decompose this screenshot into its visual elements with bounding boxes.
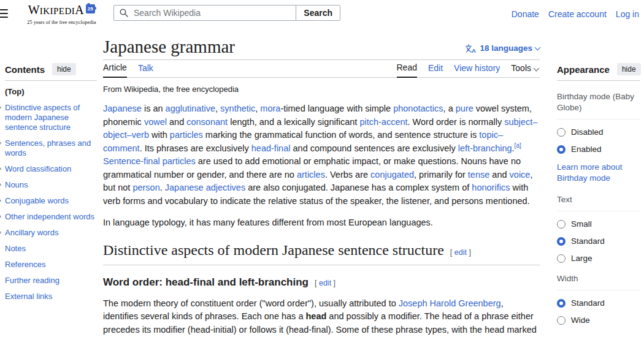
header-link-log-in[interactable]: Log in	[616, 9, 639, 19]
toc-link[interactable]: Sentences, phrases and words	[5, 138, 91, 157]
bold-text: head	[305, 311, 326, 321]
radio-label: Disabled	[571, 127, 604, 137]
toc-link[interactable]: Nouns	[5, 180, 28, 189]
tab-view-history[interactable]: View history	[454, 61, 500, 77]
radio-option-text-large[interactable]: Large	[557, 254, 640, 263]
article-link[interactable]: person	[132, 183, 159, 192]
toc-link[interactable]: Word classification	[5, 164, 71, 173]
article-link[interactable]: honorifics	[472, 183, 510, 192]
article-link[interactable]: Joseph Harold Greenberg	[399, 298, 501, 308]
contents-header: Contents hide	[5, 63, 97, 81]
radio-option-width-standard[interactable]: Standard	[557, 298, 640, 308]
toc-link[interactable]: Ancillary words	[5, 228, 58, 237]
article-link[interactable]: pure	[456, 104, 473, 113]
toc-link[interactable]: Conjugable words	[5, 196, 69, 205]
sidebar-item-sentences-phrases-and-words[interactable]: ›Sentences, phrases and words	[5, 138, 97, 158]
sidebar-item-nouns[interactable]: ›Nouns	[5, 180, 97, 190]
expand-arrow-icon[interactable]: ›	[0, 195, 1, 205]
article-link[interactable]: vowel	[144, 117, 167, 127]
expand-arrow-icon[interactable]: ›	[0, 180, 1, 189]
footnote-link[interactable]: [a]	[515, 142, 521, 149]
radio-unselected-icon[interactable]	[557, 316, 565, 325]
top-header: WIKIPEDIA25 25 years of the free encyclo…	[0, 0, 644, 28]
toc-link[interactable]: References	[5, 260, 45, 269]
toc-link[interactable]: Other independent words	[5, 212, 94, 221]
header-link-create-account[interactable]: Create account	[548, 9, 607, 19]
article-tab-bar: ArticleTalk ReadEditView historyTools	[103, 60, 540, 78]
hamburger-menu-icon[interactable]	[0, 9, 8, 18]
article-link[interactable]: particles	[170, 130, 203, 140]
radio-unselected-icon[interactable]	[557, 254, 565, 263]
contents-hide-button[interactable]: hide	[52, 63, 76, 75]
toc-link[interactable]: Notes	[5, 244, 26, 253]
tab-talk[interactable]: Talk	[138, 61, 153, 77]
radio-selected-icon[interactable]	[557, 145, 565, 154]
article-link[interactable]: Japanese adjectives	[165, 183, 245, 192]
radio-selected-icon[interactable]	[557, 299, 565, 308]
sidebar-item-conjugable-words[interactable]: ›Conjugable words	[5, 196, 97, 206]
sidebar-item-ancillary-words[interactable]: ›Ancillary words	[5, 228, 97, 238]
typology-paragraph: In language typology, it has many featur…	[103, 216, 540, 230]
learn-more-link[interactable]: Learn more about Birthday mode	[557, 162, 640, 184]
text: and compound sentences are exclusively	[290, 143, 458, 153]
sidebar-item-notes[interactable]: Notes	[5, 244, 97, 254]
article-link[interactable]: synthetic	[220, 104, 255, 113]
toc-link[interactable]: External links	[5, 292, 52, 301]
search-input[interactable]	[132, 7, 296, 18]
expand-arrow-icon[interactable]: ›	[0, 102, 1, 112]
sidebar-item-top[interactable]: (Top)	[5, 87, 97, 97]
article-link[interactable]: conjugated	[370, 170, 414, 180]
radio-option-text-standard[interactable]: Standard	[557, 237, 640, 246]
site-subtitle: From Wikipedia, the free encyclopedia	[103, 85, 540, 94]
toc-link[interactable]: Distinctive aspects of modern Japanese s…	[5, 103, 80, 132]
tab-label: Article	[103, 62, 127, 72]
wikipedia-page: WIKIPEDIA25 25 years of the free encyclo…	[0, 0, 644, 337]
tab-article[interactable]: Article	[103, 60, 127, 78]
section-heading: Distinctive aspects of modern Japanese s…	[103, 241, 540, 265]
language-icon: A	[466, 44, 477, 53]
expand-arrow-icon[interactable]: ›	[0, 211, 1, 221]
article-link[interactable]: tense	[468, 170, 489, 180]
article-link[interactable]: consonant	[186, 117, 228, 127]
sidebar-item-distinctive-aspects-of-modern-japanese-sentence-structure[interactable]: ›Distinctive aspects of modern Japanese …	[5, 103, 97, 132]
article-link[interactable]: phonotactics	[393, 104, 443, 113]
radio-unselected-icon[interactable]	[557, 128, 565, 137]
article-link[interactable]: Japanese	[103, 104, 142, 113]
article-link[interactable]: pitch-accent	[359, 117, 407, 127]
article-link[interactable]: voice	[510, 170, 531, 180]
tab-tools[interactable]: Tools	[511, 61, 539, 77]
tab-read[interactable]: Read	[397, 60, 417, 78]
article-link[interactable]: Sentence-final particles	[103, 156, 196, 166]
radio-option-text-small[interactable]: Small	[557, 219, 640, 229]
appearance-hide-button[interactable]: hide	[617, 63, 641, 75]
sidebar-item-other-independent-words[interactable]: ›Other independent words	[5, 212, 97, 222]
expand-arrow-icon[interactable]: ›	[0, 164, 1, 173]
article-link[interactable]: agglutinative	[166, 104, 215, 113]
radio-option-width-wide[interactable]: Wide	[557, 316, 640, 325]
radio-option-birthday-mode-baby-globe-enabled[interactable]: Enabled	[557, 145, 640, 154]
article-link[interactable]: left-branching	[458, 143, 512, 153]
edit-link[interactable]: edit	[319, 279, 331, 287]
wikipedia-wordmark: WIKIPEDIA25	[27, 4, 96, 18]
sidebar-item-word-classification[interactable]: ›Word classification	[5, 164, 97, 174]
languages-button[interactable]: A 18 languages	[466, 44, 540, 53]
wikipedia-logo[interactable]: WIKIPEDIA25 25 years of the free encyclo…	[27, 4, 96, 25]
sidebar-item-references[interactable]: References	[5, 260, 97, 270]
sidebar-item-external-links[interactable]: External links	[5, 292, 97, 301]
title-row: Japanese grammar A 18 languages	[103, 36, 540, 60]
edit-link[interactable]: edit	[454, 248, 467, 257]
search-button[interactable]: Search	[296, 6, 340, 20]
expand-arrow-icon[interactable]: ›	[0, 227, 1, 237]
expand-arrow-icon[interactable]: ›	[0, 138, 1, 148]
article-link[interactable]: mora	[260, 104, 280, 113]
radio-label: Large	[571, 254, 592, 263]
sidebar-item-further-reading[interactable]: Further reading	[5, 276, 97, 286]
header-link-donate[interactable]: Donate	[512, 9, 539, 19]
tab-edit[interactable]: Edit	[428, 61, 443, 77]
radio-selected-icon[interactable]	[557, 237, 565, 246]
radio-unselected-icon[interactable]	[557, 220, 565, 229]
radio-option-birthday-mode-baby-globe-disabled[interactable]: Disabled	[557, 127, 640, 137]
article-link[interactable]: articles	[297, 170, 325, 180]
article-link[interactable]: head-final	[251, 143, 291, 153]
toc-link[interactable]: Further reading	[5, 276, 59, 285]
